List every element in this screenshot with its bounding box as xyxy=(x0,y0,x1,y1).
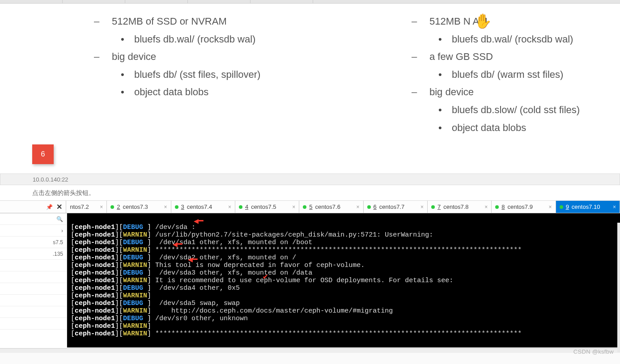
tabbar-tools: 📌 ✕ xyxy=(0,201,66,213)
tab-close-icon[interactable]: × xyxy=(420,204,424,210)
tab-close-icon[interactable]: × xyxy=(357,204,360,210)
terminal-output[interactable]: [ceph-node1][DEBUG ] /dev/sda : [ceph-no… xyxy=(67,213,620,347)
close-icon[interactable]: ✕ xyxy=(56,203,62,211)
status-dot-icon xyxy=(303,205,306,209)
tab-label: centos7.6 xyxy=(315,203,340,210)
slide-left-column: 512MB of SSD or NVRAM bluefs db.wal/ (ro… xyxy=(89,13,260,101)
tab-centos7-5[interactable]: 4 centos7.5× xyxy=(235,201,299,213)
slide-line: big device xyxy=(429,83,580,101)
status-dot-icon xyxy=(110,205,114,209)
tab-centos7-7[interactable]: 6 centos7.7× xyxy=(364,201,428,213)
slide-area: 512MB of SSD or NVRAM bluefs db.wal/ (ro… xyxy=(0,4,620,174)
status-dot-icon xyxy=(431,205,435,209)
sidebar-item[interactable]: s7.5 xyxy=(0,237,67,248)
sidebar-item[interactable] xyxy=(0,318,67,330)
workspace-row: 🔍 › s7.5 .135 [ceph-node1][DEBUG ] /dev/… xyxy=(0,213,620,347)
connection-address: 10.0.0.140:22 xyxy=(33,176,68,183)
tab-label: centos7.10 xyxy=(572,203,600,210)
sidebar-item-label: .135 xyxy=(53,251,63,257)
sidebar-item[interactable] xyxy=(0,306,67,318)
status-dot-icon xyxy=(560,205,563,209)
sidebar-item[interactable] xyxy=(0,271,67,283)
hand-cursor-icon: ✋ xyxy=(474,13,492,30)
sidebar-item-label: s7.5 xyxy=(53,239,63,245)
sidebar-item[interactable] xyxy=(0,260,67,271)
tab-index: 7 xyxy=(437,203,441,210)
sidebar-item[interactable]: .135 xyxy=(0,248,67,260)
slide-line: bluefs db.slow/ (cold sst files) xyxy=(452,101,580,119)
chevron-right-icon[interactable]: › xyxy=(61,228,63,234)
slide-right-column: 512MB N AM bluefs db.wal/ (rocksdb wal) … xyxy=(407,13,580,136)
tab-centos7-9[interactable]: 8 centos7.9× xyxy=(492,201,556,213)
tab-index: 4 xyxy=(245,203,248,210)
tab-close-icon[interactable]: × xyxy=(292,204,295,210)
slide-line: object data blobs xyxy=(452,119,580,137)
tab-label: centos7.8 xyxy=(443,203,468,210)
left-sidebar: 🔍 › s7.5 .135 xyxy=(0,213,67,347)
tab-label: centos7.3 xyxy=(123,203,148,210)
tab-index: 6 xyxy=(374,203,377,210)
tab-close-icon[interactable]: × xyxy=(164,204,167,210)
sidebar-item[interactable] xyxy=(0,283,67,295)
slide-line: big device xyxy=(112,48,260,66)
status-dot-icon xyxy=(239,205,242,209)
tab-label: centos7.7 xyxy=(379,203,404,210)
help-bar: 点击左侧的箭头按钮。 xyxy=(0,185,620,201)
slide-number-badge: 6 xyxy=(32,144,54,164)
tab-centos7-8[interactable]: 7 centos7.8× xyxy=(428,201,492,213)
search-icon[interactable]: 🔍 xyxy=(56,216,63,222)
top-toolbar xyxy=(0,0,620,4)
annotation-arrow-icon: ◀━ xyxy=(194,216,204,226)
help-text: 点击左侧的箭头按钮。 xyxy=(32,189,95,196)
slide-line: 512MB N AM xyxy=(429,13,580,30)
slide-line: bluefs db/ (sst files, spillover) xyxy=(134,66,260,84)
pin-icon[interactable]: 📌 xyxy=(46,204,53,210)
annotation-arrow-icon: ◀━ xyxy=(188,254,198,264)
status-strip xyxy=(0,348,620,353)
annotation-arrow-icon: ✔ xyxy=(263,271,268,281)
watermark: CSDN @ksfbw xyxy=(573,348,614,355)
tab-label: centos7.5 xyxy=(251,203,276,210)
tab-label: ntos7.2 xyxy=(70,203,89,210)
annotation-arrow-icon: ◀━ xyxy=(173,239,183,249)
tab-close-icon[interactable]: × xyxy=(100,204,103,210)
tab-centos7-3[interactable]: 2 centos7.3× xyxy=(107,201,171,213)
tab-index: 8 xyxy=(501,203,505,210)
tab-index: 2 xyxy=(117,203,120,210)
sidebar-item[interactable] xyxy=(0,295,67,306)
sidebar-search-row[interactable]: 🔍 xyxy=(0,213,67,225)
scrollbar[interactable] xyxy=(617,223,620,352)
slide-line: bluefs db.wal/ (rocksdb wal) xyxy=(452,30,580,48)
tab-label: centos7.4 xyxy=(187,203,212,210)
tab-centos7-10[interactable]: 9 centos7.10× xyxy=(556,201,620,213)
connection-bar: 10.0.0.140:22 xyxy=(0,174,620,185)
tab-centos7-4[interactable]: 3 centos7.4× xyxy=(171,201,235,213)
slide-line: a few GB SSD xyxy=(429,48,580,66)
status-dot-icon xyxy=(175,205,178,209)
tab-close-icon[interactable]: × xyxy=(228,204,231,210)
session-tabbar: 📌 ✕ ntos7.2× 2 centos7.3× 3 centos7.4× 4… xyxy=(0,201,620,213)
tab-centos7-6[interactable]: 5 centos7.6× xyxy=(299,201,363,213)
slide-line: bluefs db/ (warm sst files) xyxy=(452,66,580,84)
tab-centos7-2[interactable]: ntos7.2× xyxy=(66,201,107,213)
slide-line: bluefs db.wal/ (rocksdb wal) xyxy=(134,30,260,48)
tab-index: 5 xyxy=(309,203,312,210)
slide-line: 512MB of SSD or NVRAM xyxy=(112,13,260,30)
tab-close-icon[interactable]: × xyxy=(549,204,552,210)
slide-line: object data blobs xyxy=(134,83,260,101)
tab-close-icon[interactable]: × xyxy=(613,204,616,210)
status-dot-icon xyxy=(367,205,371,209)
tab-index: 3 xyxy=(181,203,184,210)
tab-close-icon[interactable]: × xyxy=(484,204,488,210)
tab-label: centos7.9 xyxy=(508,203,533,210)
tab-index: 9 xyxy=(566,203,569,210)
status-dot-icon xyxy=(495,205,499,209)
sidebar-expand-row[interactable]: › xyxy=(0,225,67,237)
